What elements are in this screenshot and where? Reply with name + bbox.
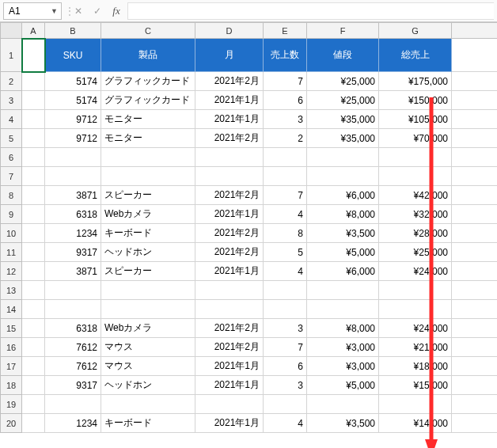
cell[interactable] xyxy=(264,395,307,414)
row-header[interactable]: 3 xyxy=(1,91,22,110)
cell[interactable]: 6318 xyxy=(45,205,101,224)
cell[interactable]: ¥14,000 xyxy=(379,414,452,433)
cell[interactable] xyxy=(452,205,498,224)
column-header[interactable]: E xyxy=(264,23,307,39)
cell[interactable] xyxy=(22,148,45,167)
cell[interactable]: 3871 xyxy=(45,186,101,205)
cell[interactable] xyxy=(379,167,452,186)
cell[interactable] xyxy=(101,395,195,414)
cell[interactable]: 7 xyxy=(264,186,307,205)
cell[interactable] xyxy=(45,167,101,186)
cell[interactable]: 1234 xyxy=(45,414,101,433)
cell[interactable] xyxy=(22,91,45,110)
cell[interactable] xyxy=(195,300,264,319)
cell[interactable]: 4 xyxy=(264,414,307,433)
cell[interactable] xyxy=(452,376,498,395)
cell[interactable]: 2021年2月 xyxy=(195,243,264,262)
cell[interactable] xyxy=(22,39,45,72)
cell[interactable]: ¥24,000 xyxy=(379,319,452,338)
cell[interactable]: ¥70,000 xyxy=(379,129,452,148)
cell[interactable]: ¥3,000 xyxy=(307,357,379,376)
cell[interactable] xyxy=(452,262,498,281)
row-header[interactable]: 10 xyxy=(1,224,22,243)
cell[interactable] xyxy=(452,243,498,262)
cell[interactable]: 2021年1月 xyxy=(195,357,264,376)
row-header[interactable]: 17 xyxy=(1,357,22,376)
cell[interactable]: ¥3,500 xyxy=(307,224,379,243)
cell[interactable] xyxy=(452,110,498,129)
cell[interactable]: ¥5,000 xyxy=(307,376,379,395)
row-header[interactable]: 6 xyxy=(1,148,22,167)
row-header[interactable]: 8 xyxy=(1,186,22,205)
cell[interactable]: Webカメラ xyxy=(101,205,195,224)
cell[interactable] xyxy=(264,300,307,319)
cell[interactable]: 2021年2月 xyxy=(195,129,264,148)
column-header[interactable]: A xyxy=(22,23,45,39)
cell[interactable] xyxy=(22,110,45,129)
cell[interactable] xyxy=(45,148,101,167)
cell[interactable]: 2021年2月 xyxy=(195,186,264,205)
cell[interactable]: ¥150,000 xyxy=(379,91,452,110)
cell[interactable] xyxy=(22,243,45,262)
row-header[interactable]: 14 xyxy=(1,300,22,319)
row-header[interactable]: 1 xyxy=(1,39,22,72)
select-all-cell[interactable] xyxy=(1,23,22,39)
cell[interactable]: ¥25,000 xyxy=(307,72,379,91)
cell[interactable]: ¥8,000 xyxy=(307,205,379,224)
row-header[interactable]: 2 xyxy=(1,72,22,91)
cell[interactable]: ¥21,000 xyxy=(379,338,452,357)
cell[interactable]: 5174 xyxy=(45,91,101,110)
cell[interactable]: 3 xyxy=(264,319,307,338)
cell[interactable]: 2021年1月 xyxy=(195,262,264,281)
cell[interactable]: ¥175,000 xyxy=(379,72,452,91)
cell[interactable]: 2 xyxy=(264,129,307,148)
cell[interactable]: 8 xyxy=(264,224,307,243)
row-header[interactable]: 5 xyxy=(1,129,22,148)
cell[interactable] xyxy=(307,281,379,300)
cell[interactable]: 2021年1月 xyxy=(195,205,264,224)
cell[interactable]: 6318 xyxy=(45,319,101,338)
name-box[interactable]: A1 ▼ xyxy=(3,2,62,20)
cell[interactable]: 2021年1月 xyxy=(195,91,264,110)
cell[interactable]: ¥18,000 xyxy=(379,357,452,376)
table-header-cell[interactable]: 月 xyxy=(195,39,264,72)
cell[interactable] xyxy=(101,167,195,186)
cell[interactable] xyxy=(452,72,498,91)
cell[interactable]: Webカメラ xyxy=(101,319,195,338)
cell[interactable] xyxy=(307,300,379,319)
table-header-cell[interactable]: 売上数 xyxy=(264,39,307,72)
cell[interactable]: ¥28,000 xyxy=(379,224,452,243)
cell[interactable]: スピーカー xyxy=(101,262,195,281)
row-header[interactable]: 9 xyxy=(1,205,22,224)
cell[interactable] xyxy=(22,129,45,148)
cell[interactable]: キーボード xyxy=(101,414,195,433)
cell[interactable] xyxy=(22,357,45,376)
cell[interactable]: 9712 xyxy=(45,129,101,148)
cell[interactable] xyxy=(22,167,45,186)
cell[interactable] xyxy=(22,395,45,414)
cell[interactable]: 1234 xyxy=(45,224,101,243)
cell[interactable] xyxy=(452,129,498,148)
cell[interactable] xyxy=(22,205,45,224)
column-header[interactable]: B xyxy=(45,23,101,39)
cell[interactable]: ¥35,000 xyxy=(307,110,379,129)
cell[interactable]: ¥3,000 xyxy=(307,338,379,357)
cell[interactable]: ¥8,000 xyxy=(307,319,379,338)
cell[interactable] xyxy=(22,281,45,300)
cell[interactable] xyxy=(452,338,498,357)
cell[interactable]: マウス xyxy=(101,338,195,357)
cell[interactable]: 4 xyxy=(264,262,307,281)
cell[interactable]: 5174 xyxy=(45,72,101,91)
row-header[interactable]: 11 xyxy=(1,243,22,262)
table-header-cell[interactable]: 値段 xyxy=(307,39,379,72)
cell[interactable] xyxy=(264,148,307,167)
cell[interactable]: ¥32,000 xyxy=(379,205,452,224)
cell[interactable] xyxy=(22,72,45,91)
cell[interactable]: 3 xyxy=(264,110,307,129)
cell[interactable] xyxy=(22,319,45,338)
cell[interactable] xyxy=(101,148,195,167)
cell[interactable]: 7612 xyxy=(45,338,101,357)
cell[interactable] xyxy=(452,148,498,167)
row-header[interactable]: 16 xyxy=(1,338,22,357)
table-header-cell[interactable]: 総売上 xyxy=(379,39,452,72)
